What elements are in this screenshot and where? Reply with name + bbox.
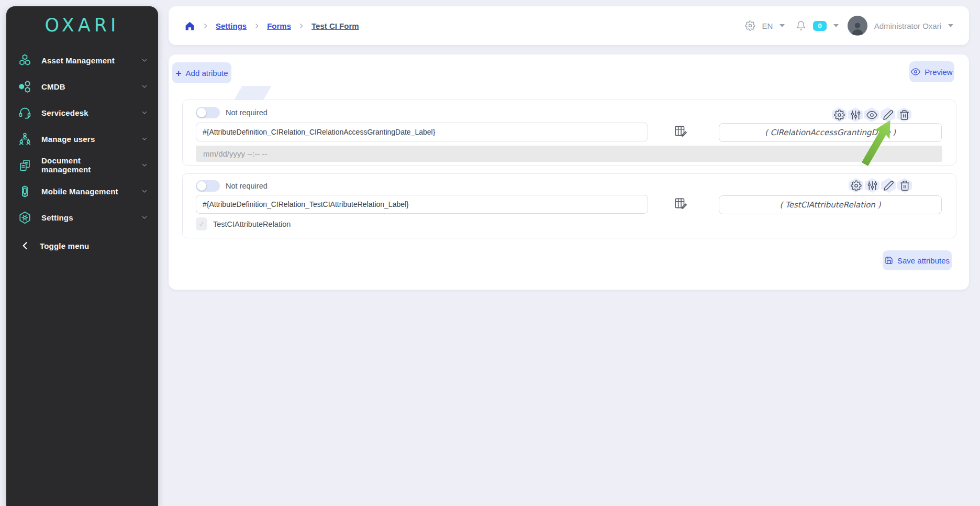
attribute-delete-button[interactable] [897, 107, 911, 122]
attribute-label-input[interactable] [196, 195, 648, 214]
chevron-down-icon [141, 109, 148, 116]
chevron-down-icon[interactable] [779, 24, 785, 27]
sidebar-item-servicedesk[interactable]: Servicedesk [6, 100, 158, 126]
sidebar-item-mobile-management[interactable]: Mobile Management [6, 178, 158, 204]
relation-checkbox[interactable]: ✓ [196, 217, 207, 230]
chevron-left-icon [20, 240, 30, 251]
attribute-name-input[interactable] [719, 195, 942, 214]
chevron-down-icon [141, 188, 148, 194]
breadcrumb: Settings Forms Test CI Form [184, 20, 359, 31]
cmdb-icon [18, 80, 32, 94]
chevron-right-icon [253, 23, 260, 29]
bell-icon[interactable] [796, 20, 806, 31]
attribute-options-button[interactable] [865, 178, 879, 193]
attribute-options-button[interactable] [848, 107, 863, 122]
attribute-delete-button[interactable] [897, 178, 912, 193]
language-selector[interactable]: EN [762, 21, 773, 30]
notification-count-badge: 0 [813, 21, 826, 31]
chevron-right-icon [298, 23, 305, 29]
users-org-icon [18, 132, 32, 146]
breadcrumb-current-page[interactable]: Test CI Form [311, 21, 359, 30]
attribute-edit-button[interactable] [881, 178, 896, 193]
chevron-down-icon [141, 136, 148, 142]
attribute-settings-button[interactable] [832, 107, 847, 122]
save-icon [885, 256, 893, 265]
sliders-icon [867, 180, 878, 191]
toggle-knob [197, 108, 206, 117]
oxari-logo: OXARI [6, 6, 158, 44]
sidebar-item-label: Mobile Management [41, 187, 118, 196]
sidebar-item-document-management[interactable]: Document management [6, 152, 158, 178]
sidebar-item-asset-management[interactable]: Asset Management [6, 47, 158, 73]
chevron-down-icon [141, 83, 148, 90]
attribute-actions [849, 178, 912, 193]
attribute-card-date: Not required [182, 100, 956, 166]
header-actions: EN 0 Administrator Oxari [745, 16, 953, 36]
chevron-down-icon [141, 162, 148, 168]
attribute-name-input[interactable] [719, 123, 942, 142]
avatar[interactable] [848, 16, 867, 36]
breadcrumb-settings-link[interactable]: Settings [216, 21, 247, 30]
table-edit-icon[interactable] [674, 124, 687, 138]
toggle-menu-label: Toggle menu [40, 241, 89, 250]
attribute-actions [832, 107, 911, 122]
sidebar-item-label: Document management [41, 156, 132, 174]
pencil-icon [883, 180, 894, 191]
add-attribute-button[interactable]: + Add atribute [172, 62, 231, 83]
attribute-edit-button[interactable] [881, 107, 895, 122]
attribute-card-relation: Not required ✓ TestCIAttributeRelation [182, 173, 956, 238]
chevron-right-icon [202, 23, 209, 29]
toggle-menu-button[interactable]: Toggle menu [6, 233, 158, 259]
required-toggle[interactable] [196, 180, 220, 192]
sidebar-item-label: Manage users [41, 135, 95, 144]
sidebar-item-label: Servicedesk [41, 108, 88, 117]
table-edit-icon[interactable] [674, 196, 687, 210]
relation-checkbox-label: TestCIAttributeRelation [213, 217, 291, 230]
required-label: Not required [226, 180, 268, 192]
toggle-knob [197, 181, 206, 191]
add-attribute-label: Add atribute [186, 69, 228, 78]
sidebar-item-settings[interactable]: Settings [6, 204, 158, 230]
date-field[interactable] [196, 146, 942, 162]
gear-icon[interactable] [745, 20, 755, 31]
attribute-label-input[interactable] [196, 123, 648, 141]
preview-button[interactable]: Preview [909, 61, 954, 82]
required-toggle[interactable] [196, 107, 220, 118]
decorative-shape [234, 86, 271, 100]
form-attributes-panel: + Add atribute Preview Not required [169, 54, 969, 290]
preview-label: Preview [925, 68, 952, 76]
chevron-down-icon[interactable] [833, 24, 839, 27]
required-label: Not required [226, 107, 268, 118]
user-menu[interactable]: Administrator Oxari [874, 21, 941, 30]
asset-management-icon [18, 53, 32, 68]
mobile-phone-icon [18, 184, 32, 199]
attribute-settings-button[interactable] [849, 178, 863, 193]
chevron-down-icon[interactable] [948, 24, 953, 27]
sidebar-item-manage-users[interactable]: Manage users [6, 126, 158, 152]
sidebar-item-label: CMDB [41, 82, 65, 91]
trash-icon [899, 109, 910, 120]
sidebar-item-label: Asset Management [41, 56, 115, 65]
header-bar: Settings Forms Test CI Form EN 0 Adminis… [169, 6, 969, 45]
gear-hexagon-icon [18, 211, 32, 225]
attribute-visibility-button[interactable] [864, 107, 879, 122]
pencil-icon [883, 109, 894, 120]
sidebar-menu: Asset Management CMDB Servicedesk Manage… [6, 47, 158, 259]
documents-icon [18, 158, 32, 172]
sidebar: OXARI Asset Management CMDB Servicedesk … [6, 6, 158, 506]
gear-icon [834, 109, 845, 120]
plus-icon: + [176, 68, 182, 78]
gear-icon [851, 180, 862, 191]
home-icon[interactable] [184, 20, 195, 31]
sidebar-item-cmdb[interactable]: CMDB [6, 73, 158, 100]
sidebar-item-label: Settings [41, 213, 73, 222]
eye-icon [866, 109, 877, 120]
save-attributes-label: Save attributes [897, 256, 950, 265]
breadcrumb-forms-link[interactable]: Forms [267, 21, 291, 30]
app-screen: OXARI Asset Management CMDB Servicedesk … [0, 0, 980, 506]
chevron-down-icon [141, 214, 148, 221]
headset-icon [18, 106, 32, 120]
save-attributes-button[interactable]: Save attributes [883, 250, 952, 270]
trash-icon [899, 180, 910, 191]
eye-icon [911, 67, 920, 76]
